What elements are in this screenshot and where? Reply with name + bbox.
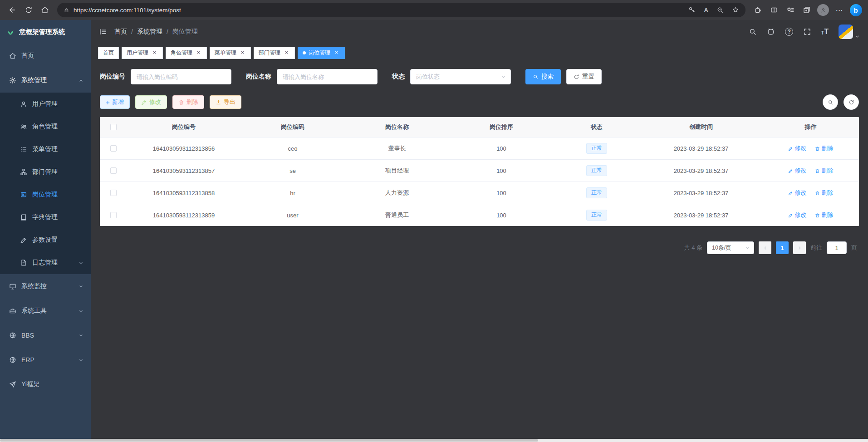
close-icon[interactable]: × bbox=[333, 49, 340, 56]
row-edit-link[interactable]: 修改 bbox=[788, 189, 807, 197]
ellipsis-icon: ⋯ bbox=[836, 6, 843, 15]
column-header: 岗位编码 bbox=[240, 123, 345, 131]
chevron-up-icon bbox=[78, 78, 83, 83]
favorites-button[interactable] bbox=[783, 2, 798, 18]
row-delete-link[interactable]: 删除 bbox=[815, 189, 834, 197]
scrollbar-thumb[interactable] bbox=[0, 439, 538, 442]
sidebar-item-log-mgmt[interactable]: 日志管理 bbox=[0, 251, 91, 274]
browser-settings-button[interactable]: ⋯ bbox=[832, 2, 847, 18]
page-size-select[interactable]: 10条/页 bbox=[707, 241, 754, 254]
pencil-icon bbox=[788, 191, 793, 196]
row-delete-link[interactable]: 删除 bbox=[815, 211, 834, 219]
saved-password-key-icon[interactable] bbox=[688, 6, 696, 14]
horizontal-scrollbar[interactable] bbox=[0, 439, 868, 442]
browser-home-button[interactable] bbox=[37, 2, 53, 18]
tab-post-mgmt[interactable]: 岗位管理 × bbox=[298, 47, 345, 59]
current-page-button[interactable]: 1 bbox=[776, 241, 789, 254]
app-window: 意框架管理系统 首页 系统管理 用户管理 角色管理 菜单管理 bbox=[0, 20, 868, 442]
chevron-down-icon bbox=[78, 260, 83, 265]
sidebar-item-label: 字典管理 bbox=[32, 213, 58, 221]
tab-home[interactable]: 首页 bbox=[98, 47, 119, 59]
close-icon[interactable]: × bbox=[151, 49, 158, 56]
hamburger-icon[interactable] bbox=[99, 28, 107, 36]
row-edit-link[interactable]: 修改 bbox=[788, 211, 807, 219]
sidebar-item-system-mgmt[interactable]: 系统管理 bbox=[0, 68, 91, 93]
refresh-table-button[interactable] bbox=[843, 94, 859, 110]
chevron-down-icon bbox=[745, 246, 750, 250]
fullscreen-icon[interactable] bbox=[803, 28, 811, 36]
reset-button[interactable]: 重置 bbox=[566, 69, 602, 84]
url-text[interactable]: https://ccnetcore.com:1101/system/post bbox=[74, 7, 684, 14]
status-label: 状态 bbox=[392, 73, 405, 81]
browser-refresh-button[interactable] bbox=[21, 2, 36, 18]
export-button[interactable]: 导出 bbox=[210, 95, 241, 109]
tab-label: 角色管理 bbox=[171, 49, 192, 57]
row-edit-link[interactable]: 修改 bbox=[788, 144, 807, 152]
row-checkbox[interactable] bbox=[110, 145, 117, 152]
post-name-input[interactable] bbox=[277, 69, 378, 84]
github-icon[interactable] bbox=[767, 28, 775, 36]
add-button[interactable]: + 新增 bbox=[100, 95, 130, 109]
sidebar-item-erp[interactable]: ERP bbox=[0, 348, 91, 372]
sidebar-item-dept-mgmt[interactable]: 部门管理 bbox=[0, 161, 91, 183]
sidebar-item-user-mgmt[interactable]: 用户管理 bbox=[0, 93, 91, 115]
font-size-icon[interactable]: TT bbox=[821, 28, 829, 35]
status-badge: 正常 bbox=[586, 143, 607, 154]
sidebar-item-dict-mgmt[interactable]: 字典管理 bbox=[0, 206, 91, 229]
row-checkbox[interactable] bbox=[110, 190, 117, 196]
status-select[interactable]: 岗位状态 bbox=[410, 69, 511, 84]
edit-button[interactable]: 修改 bbox=[135, 95, 167, 109]
split-screen-button[interactable] bbox=[766, 2, 782, 18]
close-icon[interactable]: × bbox=[239, 49, 246, 56]
row-checkbox[interactable] bbox=[110, 167, 117, 174]
post-code-input[interactable] bbox=[131, 69, 231, 84]
browser-profile-button[interactable] bbox=[815, 2, 831, 18]
close-icon[interactable]: × bbox=[283, 49, 290, 56]
select-all-checkbox[interactable] bbox=[110, 124, 117, 130]
sidebar-item-role-mgmt[interactable]: 角色管理 bbox=[0, 115, 91, 138]
sidebar-item-menu-mgmt[interactable]: 菜单管理 bbox=[0, 138, 91, 161]
app-logo[interactable]: 意框架管理系统 bbox=[0, 20, 91, 44]
collections-button[interactable] bbox=[799, 2, 814, 18]
search-icon[interactable] bbox=[749, 28, 757, 36]
row-delete-link[interactable]: 删除 bbox=[815, 167, 834, 175]
goto-page-input[interactable] bbox=[827, 241, 847, 254]
zoom-out-icon[interactable] bbox=[716, 6, 724, 14]
row-delete-link[interactable]: 删除 bbox=[815, 144, 834, 152]
breadcrumb-system-mgmt[interactable]: 系统管理 bbox=[137, 28, 162, 36]
sidebar-item-home[interactable]: 首页 bbox=[0, 44, 91, 68]
toggle-search-button[interactable] bbox=[823, 94, 838, 110]
tab-user-mgmt[interactable]: 用户管理 × bbox=[122, 47, 163, 59]
site-lock-icon[interactable] bbox=[64, 7, 69, 13]
delete-button[interactable]: 删除 bbox=[172, 95, 204, 109]
sidebar-item-post-mgmt[interactable]: 岗位管理 bbox=[0, 183, 91, 206]
sidebar-item-param-settings[interactable]: 参数设置 bbox=[0, 229, 91, 251]
sidebar-item-yi-framework[interactable]: Yi框架 bbox=[0, 372, 91, 397]
next-page-button[interactable] bbox=[793, 241, 806, 254]
sidebar-item-system-monitor[interactable]: 系统监控 bbox=[0, 274, 91, 299]
sidebar-item-bbs[interactable]: BBS bbox=[0, 323, 91, 348]
breadcrumb-home[interactable]: 首页 bbox=[114, 28, 127, 36]
row-edit-link[interactable]: 修改 bbox=[788, 167, 807, 175]
user-menu[interactable] bbox=[839, 25, 860, 39]
prev-page-button[interactable] bbox=[759, 241, 771, 254]
favorite-star-icon[interactable] bbox=[732, 6, 739, 14]
search-button[interactable]: 搜索 bbox=[525, 69, 561, 84]
column-header: 岗位名称 bbox=[345, 123, 449, 131]
read-aloud-icon[interactable]: A bbox=[704, 7, 708, 14]
tab-dept-mgmt[interactable]: 部门管理 × bbox=[254, 47, 295, 59]
sidebar-item-label: 参数设置 bbox=[32, 236, 58, 244]
sidebar-item-system-tools[interactable]: 系统工具 bbox=[0, 299, 91, 323]
extensions-button[interactable] bbox=[750, 2, 765, 18]
breadcrumb-separator: / bbox=[167, 28, 168, 35]
close-icon[interactable]: × bbox=[195, 49, 202, 56]
browser-back-button[interactable] bbox=[5, 2, 20, 18]
help-icon[interactable]: ? bbox=[785, 28, 793, 36]
tab-role-mgmt[interactable]: 角色管理 × bbox=[166, 47, 207, 59]
gear-icon bbox=[9, 77, 16, 84]
row-checkbox[interactable] bbox=[110, 212, 117, 218]
address-bar[interactable]: https://ccnetcore.com:1101/system/post A bbox=[57, 3, 745, 17]
bing-chat-button[interactable]: b bbox=[848, 2, 863, 18]
table-row: 1641030593112313859 user 普通员工 100 正常 202… bbox=[100, 204, 859, 226]
tab-menu-mgmt[interactable]: 菜单管理 × bbox=[210, 47, 251, 59]
